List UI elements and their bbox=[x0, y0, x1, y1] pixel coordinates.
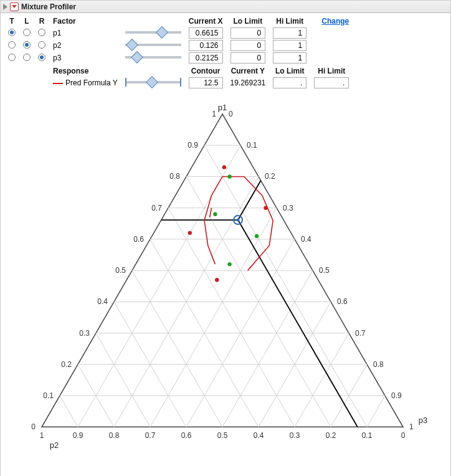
response-lo-input[interactable]: . bbox=[273, 77, 306, 88]
currentX-input-p3[interactable]: 0.2125 bbox=[189, 52, 223, 64]
factors-table: T L R Factor Current X Lo Limit Hi Limit… bbox=[4, 17, 353, 89]
header-hiLimit2: Hi Limit bbox=[310, 64, 353, 77]
currentY-value: 19.269231 bbox=[227, 77, 270, 89]
svg-text:0.6: 0.6 bbox=[337, 297, 348, 306]
svg-text:0.2: 0.2 bbox=[61, 360, 72, 369]
radio-R-p2[interactable] bbox=[38, 41, 45, 49]
svg-text:0.9: 0.9 bbox=[188, 141, 198, 150]
menu-dropdown-icon[interactable] bbox=[10, 2, 19, 11]
data-point bbox=[227, 262, 231, 266]
hi-input-p2[interactable]: 1 bbox=[273, 40, 306, 51]
change-link[interactable]: Change bbox=[314, 17, 349, 26]
slider[interactable] bbox=[125, 54, 181, 61]
currentX-input-p1[interactable]: 0.6615 bbox=[189, 27, 223, 39]
svg-text:0.5: 0.5 bbox=[115, 266, 126, 275]
response-color-swatch bbox=[53, 83, 63, 84]
svg-text:0.2: 0.2 bbox=[265, 172, 275, 181]
hi-input-p1[interactable]: 1 bbox=[273, 27, 306, 39]
svg-text:0.7: 0.7 bbox=[355, 329, 366, 338]
header-hiLimit: Hi Limit bbox=[269, 17, 310, 27]
header-T: T bbox=[4, 17, 19, 27]
response-name: Pred Formula Y bbox=[65, 79, 118, 87]
svg-text:0.7: 0.7 bbox=[145, 431, 156, 440]
header-L: L bbox=[19, 17, 34, 27]
slider[interactable] bbox=[125, 41, 181, 49]
svg-text:0.6: 0.6 bbox=[133, 235, 144, 244]
svg-text:p2: p2 bbox=[50, 440, 59, 450]
svg-text:0.3: 0.3 bbox=[290, 431, 300, 440]
panel-title: Mixture Profiler bbox=[21, 2, 76, 11]
data-point bbox=[227, 174, 231, 178]
contour-input[interactable]: 12.5 bbox=[189, 77, 223, 88]
svg-text:0.6: 0.6 bbox=[181, 431, 192, 440]
header-currentX: Current X bbox=[185, 17, 227, 27]
svg-text:0.3: 0.3 bbox=[79, 329, 90, 338]
svg-text:0.5: 0.5 bbox=[319, 266, 330, 275]
svg-text:0.4: 0.4 bbox=[97, 297, 108, 306]
slider[interactable] bbox=[125, 79, 181, 86]
current-point-marker-dot bbox=[237, 219, 240, 222]
svg-text:0.9: 0.9 bbox=[391, 391, 402, 400]
svg-text:1: 1 bbox=[409, 422, 414, 431]
svg-text:p1: p1 bbox=[218, 103, 227, 112]
header-factor: Factor bbox=[49, 17, 121, 27]
svg-text:0.2: 0.2 bbox=[326, 431, 336, 440]
lo-input-p1[interactable]: 0 bbox=[230, 27, 266, 39]
slider[interactable] bbox=[125, 29, 181, 36]
svg-text:0.8: 0.8 bbox=[109, 431, 120, 440]
lo-input-p3[interactable]: 0 bbox=[230, 52, 266, 64]
ternary-plot[interactable]: 10.90.80.70.60.50.40.30.20.1000.10.20.30… bbox=[3, 89, 449, 476]
radio-T-p1[interactable] bbox=[8, 29, 16, 36]
data-point bbox=[213, 212, 217, 216]
svg-text:0.5: 0.5 bbox=[217, 431, 228, 440]
currentX-input-p2[interactable]: 0.126 bbox=[189, 40, 223, 51]
factor-name: p2 bbox=[49, 39, 121, 52]
header-contour: Contour bbox=[185, 64, 227, 77]
svg-text:0.1: 0.1 bbox=[43, 391, 54, 400]
svg-text:0.9: 0.9 bbox=[73, 431, 83, 440]
header-currentY: Current Y bbox=[227, 64, 270, 77]
radio-L-p3[interactable] bbox=[23, 54, 31, 61]
radio-R-p1[interactable] bbox=[38, 29, 45, 36]
svg-text:1: 1 bbox=[212, 110, 216, 118]
data-point bbox=[255, 234, 259, 238]
radio-L-p1[interactable] bbox=[23, 29, 31, 36]
factor-row: p1 0.661501 bbox=[4, 27, 353, 39]
factor-row: p3 0.212501 bbox=[4, 52, 353, 64]
radio-T-p2[interactable] bbox=[8, 41, 16, 49]
header-response: Response bbox=[49, 64, 121, 77]
svg-text:0.3: 0.3 bbox=[283, 204, 293, 212]
header-loLimit: Lo Limit bbox=[227, 17, 270, 27]
svg-text:0.8: 0.8 bbox=[373, 360, 384, 369]
svg-text:0.4: 0.4 bbox=[254, 431, 264, 440]
header-loLimit2: Lo Limit bbox=[269, 64, 310, 77]
svg-text:0.1: 0.1 bbox=[247, 141, 257, 150]
factor-row: p2 0.12601 bbox=[4, 39, 353, 52]
svg-text:0.8: 0.8 bbox=[169, 172, 180, 181]
data-point bbox=[215, 278, 219, 282]
factor-name: p1 bbox=[49, 27, 121, 39]
lo-input-p2[interactable]: 0 bbox=[230, 40, 266, 51]
svg-text:0.7: 0.7 bbox=[151, 204, 162, 212]
svg-text:0: 0 bbox=[31, 422, 36, 431]
data-point bbox=[222, 165, 226, 169]
response-hi-input[interactable]: . bbox=[314, 77, 349, 88]
radio-R-p3[interactable] bbox=[38, 54, 45, 61]
svg-text:1: 1 bbox=[40, 431, 44, 440]
radio-T-p3[interactable] bbox=[8, 54, 16, 61]
svg-text:p3: p3 bbox=[419, 416, 427, 425]
svg-text:0: 0 bbox=[229, 110, 233, 118]
data-point bbox=[263, 206, 267, 209]
svg-text:0: 0 bbox=[401, 431, 406, 440]
hi-input-p3[interactable]: 1 bbox=[273, 52, 306, 64]
header-R: R bbox=[34, 17, 49, 27]
svg-text:0.4: 0.4 bbox=[301, 235, 311, 244]
svg-text:0.1: 0.1 bbox=[362, 431, 373, 440]
factor-name: p3 bbox=[49, 52, 121, 64]
radio-L-p2[interactable] bbox=[23, 41, 31, 49]
collapse-toggle-icon[interactable] bbox=[3, 4, 7, 10]
data-point bbox=[188, 231, 192, 235]
